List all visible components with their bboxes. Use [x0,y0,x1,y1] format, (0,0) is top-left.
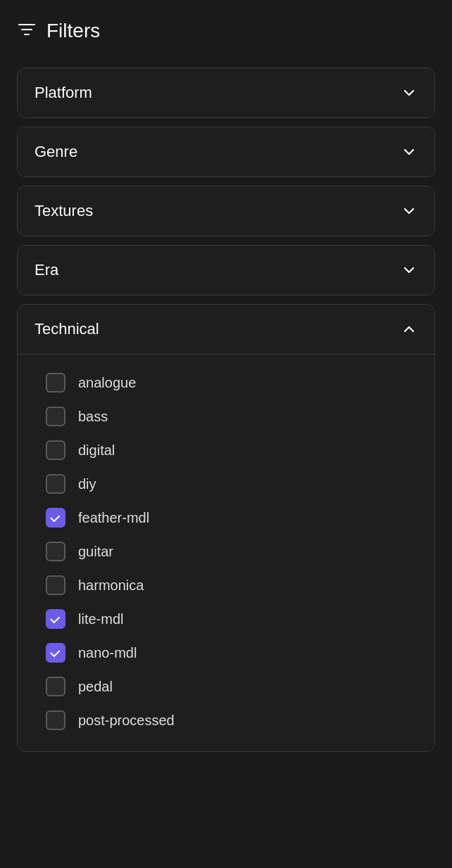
filter-section-technical: Technicalanaloguebassdigitaldiyfeather-m… [17,304,435,752]
checkbox-post-processed[interactable] [46,710,65,730]
option-label-digital: digital [78,442,115,459]
filter-option-post-processed[interactable]: post-processed [34,703,418,737]
option-label-diy: diy [78,476,96,492]
filter-options-technical: analoguebassdigitaldiyfeather-mdlguitarh… [18,355,434,751]
chevron-down-icon [401,203,418,219]
filter-section-era: Era [17,245,435,295]
filter-option-digital[interactable]: digital [34,433,418,467]
filter-option-diy[interactable]: diy [34,467,418,501]
checkbox-nano-mdl[interactable] [46,643,65,663]
filter-option-feather-mdl[interactable]: feather-mdl [34,501,418,535]
checkbox-bass[interactable] [46,407,65,426]
chevron-down-icon [401,262,418,279]
option-label-analogue: analogue [78,375,136,391]
filter-option-analogue[interactable]: analogue [34,366,418,400]
filters-header: Filters [17,14,435,48]
filter-option-nano-mdl[interactable]: nano-mdl [34,636,418,670]
option-label-feather-mdl: feather-mdl [78,510,149,526]
checkbox-harmonica[interactable] [46,575,65,595]
checkbox-lite-mdl[interactable] [46,609,65,629]
option-label-lite-mdl: lite-mdl [78,611,123,627]
option-label-nano-mdl: nano-mdl [78,645,137,661]
filter-section-textures: Textures [17,186,435,236]
filter-section-header-technical[interactable]: Technical [18,305,434,355]
filter-section-header-textures[interactable]: Textures [18,186,434,236]
filter-section-label-genre: Genre [34,143,77,161]
checkbox-digital[interactable] [46,440,65,460]
chevron-down-icon [401,143,418,160]
option-label-harmonica: harmonica [78,577,144,594]
filter-section-label-platform: Platform [34,84,92,102]
filter-option-harmonica[interactable]: harmonica [34,568,418,602]
option-label-bass: bass [78,409,108,425]
checkbox-analogue[interactable] [46,373,65,392]
filters-title: Filters [46,20,100,42]
filter-option-lite-mdl[interactable]: lite-mdl [34,602,418,636]
option-label-post-processed: post-processed [78,713,175,729]
filter-section-genre: Genre [17,127,435,177]
chevron-up-icon [401,321,418,338]
chevron-down-icon [401,84,418,101]
filter-option-guitar[interactable]: guitar [34,535,418,568]
filter-icon [17,21,37,41]
filter-section-header-era[interactable]: Era [18,245,434,295]
filter-section-header-platform[interactable]: Platform [18,68,434,117]
filter-section-label-technical: Technical [34,320,99,338]
checkbox-pedal[interactable] [46,677,65,696]
filter-section-platform: Platform [17,68,435,118]
option-label-guitar: guitar [78,544,113,560]
filter-option-bass[interactable]: bass [34,400,418,433]
filter-sections: PlatformGenreTexturesEraTechnicalanalogu… [17,68,435,752]
filter-option-pedal[interactable]: pedal [34,670,418,703]
filter-section-label-textures: Textures [34,202,93,220]
filter-section-header-genre[interactable]: Genre [18,127,434,177]
option-label-pedal: pedal [78,679,113,695]
checkbox-feather-mdl[interactable] [46,508,65,528]
filter-section-label-era: Era [34,261,58,279]
checkbox-diy[interactable] [46,474,65,494]
checkbox-guitar[interactable] [46,542,65,561]
